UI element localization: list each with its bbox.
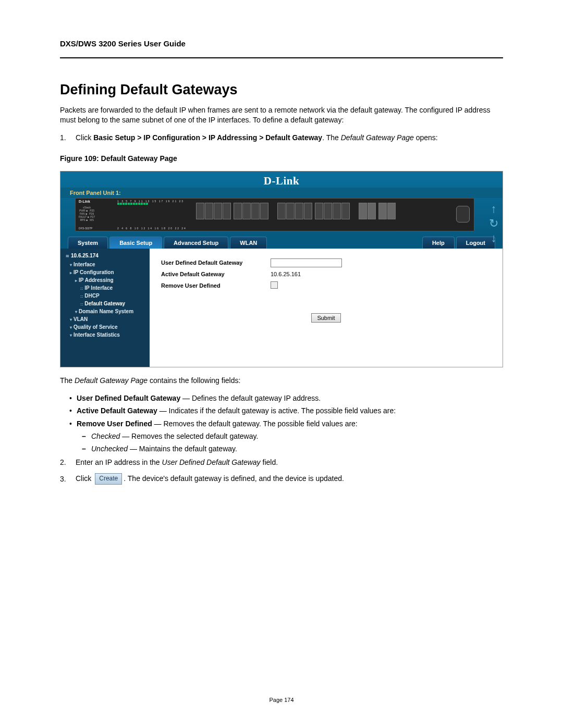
value-active-gateway: 10.6.25.161 — [271, 271, 349, 277]
front-panel-label: Front Panel Unit 1: — [60, 188, 503, 198]
tab-wlan[interactable]: WLAN — [230, 237, 267, 249]
checkbox-remove-user-defined[interactable] — [271, 281, 278, 289]
step2-post: field. — [261, 458, 278, 466]
tree-ip-configuration[interactable]: ▸IP Configuration — [66, 268, 146, 276]
device-model: DXS-3227P — [79, 227, 92, 230]
section-heading: Defining Default Gateways — [60, 82, 503, 98]
tree-ip-interface[interactable]: ::IP Interface — [66, 284, 146, 292]
contains-post: contains the following fields: — [148, 376, 240, 385]
console-port — [456, 206, 470, 223]
port-bottom-numbers: 2 4 6 8 10 12 14 16 18 20 22 24 — [117, 227, 187, 230]
nav-tree[interactable]: ≋10.6.25.174 ▾Interface ▸IP Configuratio… — [60, 249, 150, 367]
intro-paragraph: Packets are forwarded to the default IP … — [60, 105, 503, 125]
header-rule — [60, 57, 503, 58]
contains-pre: The — [60, 376, 75, 385]
arrow-down-icon[interactable]: ↓ — [489, 232, 498, 244]
step1-pre: Click — [76, 133, 93, 142]
refresh-icon[interactable]: ↻ — [489, 218, 498, 229]
port-bank — [195, 203, 401, 219]
tab-system[interactable]: System — [68, 237, 108, 249]
arrow-up-icon[interactable]: ↑ — [489, 203, 498, 215]
tree-vlan[interactable]: ▾VLAN — [66, 315, 146, 323]
tab-bar: System Basic Setup Advanced Setup WLAN H… — [60, 235, 503, 249]
panel-nav-arrows[interactable]: ↑ ↻ ↓ — [489, 203, 498, 244]
page-name-ital: Default Gateway Page — [75, 376, 148, 385]
device-status-labels: xStack PWR ■ P25 FAN ■ P26 FAULT ■ P27 R… — [79, 206, 95, 221]
label-remove-user-defined: Remove User Defined — [161, 282, 271, 289]
field-udg-bold: User Defined Default Gateway — [77, 394, 180, 402]
field-rud-bold: Remove User Defined — [77, 419, 152, 428]
step1-post1: . The — [322, 133, 341, 142]
status-led-row — [117, 203, 148, 205]
label-user-defined-gateway: User Defined Default Gateway — [161, 260, 271, 266]
checked-rest: — Removes the selected default gateway. — [120, 432, 258, 440]
guide-title: DXS/DWS 3200 Series User Guide — [60, 39, 503, 48]
tree-dhcp[interactable]: ::DHCP — [66, 292, 146, 300]
tree-dns[interactable]: ▾Domain Name System — [66, 307, 146, 315]
step2-pre: Enter an IP address in the — [76, 458, 162, 466]
step-1: 1. Click Basic Setup > IP Configuration … — [60, 132, 503, 143]
form-panel: User Defined Default Gateway Active Defa… — [150, 249, 503, 367]
figure-caption: Figure 109: Default Gateway Page — [60, 154, 503, 163]
step-number: 1. — [60, 132, 76, 143]
figure-screenshot: D-Link Front Panel Unit 1: D-Link 1 3 5 … — [60, 171, 503, 367]
tree-root-ip[interactable]: ≋10.6.25.174 — [66, 252, 146, 260]
tree-interface-stats[interactable]: ▾Interface Statistics — [66, 331, 146, 339]
create-button-inline: Create — [95, 473, 122, 484]
step2-field-name: User Defined Default Gateway — [162, 458, 261, 466]
tab-basic-setup[interactable]: Basic Setup — [109, 237, 162, 249]
step3-post: . The device's default gateway is define… — [124, 474, 344, 483]
tree-default-gateway[interactable]: ::Default Gateway — [66, 300, 146, 307]
unchecked-rest: — Maintains the default gateway. — [128, 445, 237, 453]
device-front-panel: D-Link 1 3 5 7 9 11 13 15 17 19 21 23 xS… — [75, 198, 474, 231]
tree-qos[interactable]: ▾Quality of Service — [66, 323, 146, 331]
input-user-defined-gateway[interactable] — [271, 258, 342, 267]
tree-interface[interactable]: ▾Interface — [66, 261, 146, 268]
field-udg-rest: — Defines the default gateway IP address… — [180, 394, 321, 402]
submit-button[interactable]: Submit — [311, 313, 340, 323]
label-active-gateway: Active Default Gateway — [161, 271, 271, 277]
tab-advanced-setup[interactable]: Advanced Setup — [164, 237, 228, 249]
brand-logo: D-Link — [60, 175, 503, 188]
step3-pre: Click — [76, 474, 93, 483]
unchecked-ital: Unchecked — [91, 445, 128, 453]
field-adg-bold: Active Default Gateway — [77, 406, 157, 415]
step2-number: 2. — [60, 457, 76, 467]
field-rud-rest: — Removes the default gateway. The possi… — [152, 419, 358, 428]
device-brand-label: D-Link — [79, 200, 90, 203]
tab-help[interactable]: Help — [422, 237, 455, 249]
page-number: Page 174 — [0, 697, 563, 703]
step1-navpath: Basic Setup > IP Configuration > IP Addr… — [93, 133, 322, 142]
step1-post2: opens: — [414, 133, 438, 142]
field-adg-rest: — Indicates if the default gateway is ac… — [157, 406, 396, 415]
checked-ital: Checked — [91, 432, 120, 440]
step1-page-name: Default Gateway Page — [341, 133, 414, 142]
step3-number: 3. — [60, 474, 76, 484]
tree-ip-addressing[interactable]: ▸IP Addressing — [66, 276, 146, 284]
